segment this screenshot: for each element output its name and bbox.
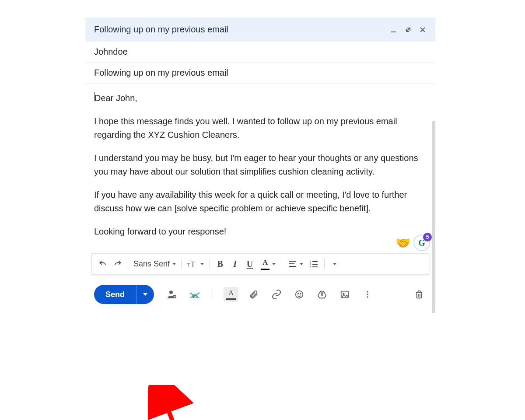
send-button[interactable]: Send — [94, 285, 136, 304]
to-field[interactable]: Johndoe — [85, 42, 435, 63]
numbered-list-button[interactable]: 123 — [307, 256, 322, 271]
pop-out-icon[interactable] — [404, 25, 413, 34]
body-paragraph: Dear John, — [94, 91, 427, 105]
undo-icon[interactable] — [95, 256, 110, 271]
subject-value: Following up on my previous email — [94, 68, 228, 77]
svg-point-24 — [343, 293, 344, 294]
minimize-icon[interactable] — [390, 26, 398, 34]
svg-point-12 — [169, 290, 173, 294]
scrollbar[interactable] — [432, 121, 435, 313]
insert-emoji-icon[interactable] — [292, 287, 307, 302]
svg-point-25 — [367, 291, 368, 293]
annotation-arrow-icon — [148, 385, 200, 420]
body-paragraph: If you have any availability this week f… — [94, 188, 427, 215]
send-options-dropdown[interactable] — [136, 285, 154, 304]
svg-point-18 — [298, 293, 298, 294]
handshake-icon[interactable]: 🤝 — [396, 234, 411, 252]
window-controls — [390, 25, 427, 34]
font-family-label: Sans Serif — [133, 259, 170, 269]
insert-link-icon[interactable] — [269, 287, 284, 302]
font-family-select[interactable]: Sans Serif — [131, 259, 178, 269]
underline-button[interactable]: U — [242, 256, 257, 271]
to-value: Johndoe — [94, 47, 128, 56]
chevron-down-icon — [143, 293, 147, 296]
text-color-button[interactable]: A — [257, 256, 279, 271]
body-overlay: 🤝 G 5 — [396, 234, 430, 252]
chevron-down-icon — [272, 263, 276, 265]
send-button-group: Send — [94, 285, 154, 304]
compose-window: Following up on my previous email Johndo… — [85, 18, 435, 315]
grammarly-icon[interactable]: G 5 — [413, 234, 430, 251]
svg-line-32 — [160, 388, 178, 420]
formatting-options-icon[interactable]: A — [224, 287, 238, 302]
chevron-down-icon — [300, 263, 303, 265]
subject-field[interactable]: Following up on my previous email — [85, 63, 435, 84]
svg-text:T: T — [187, 262, 190, 267]
svg-text:T: T — [191, 260, 195, 268]
body-paragraph: I hope this message finds you well. I wa… — [94, 115, 427, 142]
compose-header: Following up on my previous email — [85, 18, 435, 42]
action-icons: A — [164, 287, 375, 302]
insert-drive-icon[interactable] — [315, 287, 329, 302]
svg-point-17 — [296, 291, 303, 298]
format-toolbar: Sans Serif TT B I U A 123 — [91, 253, 429, 274]
chevron-down-icon — [200, 263, 204, 265]
svg-rect-28 — [417, 292, 422, 298]
insert-image-icon[interactable] — [337, 287, 352, 302]
close-icon[interactable] — [419, 26, 427, 34]
compose-title: Following up on my previous email — [94, 24, 228, 35]
discard-draft-icon[interactable] — [412, 287, 427, 302]
more-formatting-button[interactable] — [327, 256, 342, 271]
align-button[interactable] — [285, 256, 307, 271]
mail-tracking-icon[interactable] — [187, 287, 202, 302]
svg-rect-0 — [391, 32, 396, 32]
chevron-down-icon — [172, 263, 176, 265]
send-row: Send A — [85, 274, 435, 315]
attach-file-icon[interactable] — [246, 287, 261, 302]
redo-icon[interactable] — [110, 256, 125, 271]
message-body[interactable]: Dear John, I hope this message finds you… — [85, 84, 435, 250]
more-options-icon[interactable] — [360, 287, 375, 302]
bold-button[interactable]: B — [213, 256, 228, 271]
svg-point-27 — [367, 296, 368, 298]
svg-text:3: 3 — [310, 266, 311, 267]
grammarly-badge: 5 — [423, 233, 432, 242]
italic-button[interactable]: I — [228, 256, 242, 271]
add-contact-icon[interactable] — [164, 287, 179, 302]
svg-point-19 — [300, 293, 301, 294]
chevron-down-icon — [333, 263, 336, 265]
body-paragraph: I understand you may be busy, but I'm ea… — [94, 151, 427, 178]
body-paragraph: Looking forward to your response! — [94, 225, 427, 238]
font-size-select[interactable]: TT — [184, 256, 207, 271]
svg-point-26 — [367, 294, 368, 295]
